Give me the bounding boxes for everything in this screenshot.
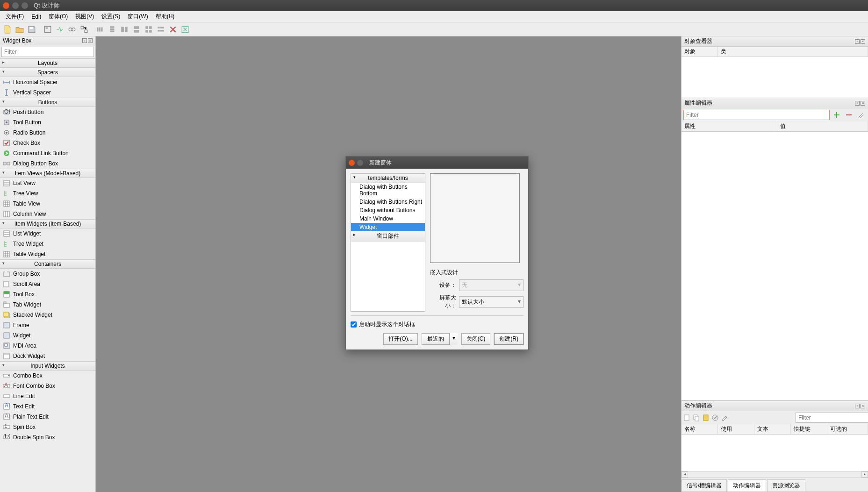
oi-float-icon[interactable]: ▫ (855, 39, 860, 44)
template-tree[interactable]: ▾templates/forms Dialog with Buttons Bot… (351, 173, 425, 312)
item-group-box[interactable]: Group Box (0, 269, 95, 279)
group-buttons[interactable]: Buttons (0, 98, 95, 107)
col-action-shortcut[interactable]: 快捷键 (791, 424, 827, 434)
design-canvas[interactable]: 新建窗体 ▾templates/forms Dialog with Button… (96, 36, 681, 492)
window-close-icon[interactable] (3, 2, 9, 9)
layout-horizontal-button[interactable] (94, 24, 106, 35)
col-class[interactable]: 类 (718, 47, 868, 57)
item-tree-view[interactable]: Tree View (0, 188, 95, 199)
tree-item-dialog-without-buttons[interactable]: Dialog without Buttons (351, 206, 425, 214)
pe-close-icon[interactable]: × (861, 101, 865, 106)
show-on-startup-checkbox[interactable] (351, 321, 357, 328)
tab-actions[interactable]: 动作编辑器 (728, 479, 766, 492)
item-vertical-spacer[interactable]: Vertical Spacer (0, 87, 95, 98)
property-editor-body[interactable] (681, 132, 868, 400)
recent-button[interactable]: 最近的 (422, 333, 450, 345)
item-horizontal-spacer[interactable]: Horizontal Spacer (0, 77, 95, 87)
delete-action-icon[interactable] (711, 413, 719, 423)
item-spin-box[interactable]: 1Spin Box (0, 422, 95, 432)
copy-action-icon[interactable] (693, 413, 700, 423)
item-text-edit[interactable]: AIText Edit (0, 401, 95, 412)
group-containers[interactable]: Containers (0, 259, 95, 269)
dialog-min-icon[interactable] (357, 160, 363, 166)
tab-signals[interactable]: 信号/槽编辑器 (681, 479, 727, 492)
widget-box-float-icon[interactable]: ▫ (82, 38, 87, 43)
add-property-icon[interactable] (832, 110, 842, 120)
tree-item-widget[interactable]: Widget (351, 223, 425, 231)
tree-item-dialog-buttons-right[interactable]: Dialog with Buttons Right (351, 198, 425, 206)
group-spacers[interactable]: Spacers (0, 68, 95, 77)
action-hscrollbar[interactable]: ◂ ▸ (681, 471, 868, 478)
item-font-combo-box[interactable]: AFont Combo Box (0, 381, 95, 391)
item-combo-box[interactable]: Combo Box (0, 371, 95, 381)
col-value[interactable]: 值 (777, 121, 868, 131)
open-file-button[interactable] (14, 24, 25, 35)
item-tab-widget[interactable]: Tab Widget (0, 299, 95, 310)
col-action-checkable[interactable]: 可选的 (827, 424, 868, 434)
item-dock-widget[interactable]: Dock Widget (0, 351, 95, 361)
new-action-icon[interactable] (683, 413, 691, 423)
dialog-close-icon[interactable] (349, 160, 355, 166)
action-editor-body[interactable] (681, 435, 868, 471)
layout-grid-button[interactable] (143, 24, 154, 35)
col-action-name[interactable]: 名称 (681, 424, 718, 434)
item-frame[interactable]: Frame (0, 320, 95, 330)
widget-box-close-icon[interactable]: × (88, 38, 93, 43)
break-layout-button[interactable] (167, 24, 179, 35)
tab-resources[interactable]: 资源浏览器 (767, 479, 805, 492)
screen-size-select[interactable]: 默认大小▾ (459, 296, 524, 308)
save-file-button[interactable] (26, 24, 37, 35)
col-action-text[interactable]: 文本 (754, 424, 791, 434)
item-push-button[interactable]: OKPush Button (0, 107, 95, 117)
item-column-view[interactable]: Column View (0, 209, 95, 219)
item-check-box[interactable]: Check Box (0, 138, 95, 148)
tree-item-dialog-buttons-bottom[interactable]: Dialog with Buttons Bottom (351, 183, 425, 198)
item-stacked-widget[interactable]: Stacked Widget (0, 310, 95, 320)
group-item-widgets[interactable]: Item Widgets (Item-Based) (0, 219, 95, 228)
item-list-view[interactable]: List View (0, 178, 95, 188)
window-maximize-icon[interactable] (22, 2, 28, 9)
new-file-button[interactable] (2, 24, 13, 35)
layout-form-button[interactable] (155, 24, 166, 35)
open-button[interactable]: 打开(O)... (383, 333, 417, 345)
edit-buddies-button[interactable] (66, 24, 78, 35)
remove-property-icon[interactable] (844, 110, 854, 120)
item-line-edit[interactable]: Line Edit (0, 391, 95, 401)
layout-v-splitter-button[interactable] (131, 24, 142, 35)
pe-float-icon[interactable]: ▫ (855, 101, 860, 106)
tree-item-main-window[interactable]: Main Window (351, 214, 425, 223)
item-plain-text-edit[interactable]: AIPlain Text Edit (0, 412, 95, 422)
action-filter-input[interactable] (796, 413, 868, 423)
item-widget[interactable]: Widget (0, 330, 95, 341)
edit-signals-button[interactable] (54, 24, 65, 35)
menu-edit[interactable]: Edit (28, 12, 45, 21)
item-tool-box[interactable]: Tool Box (0, 289, 95, 299)
layout-vertical-button[interactable] (107, 24, 118, 35)
item-table-view[interactable]: Table View (0, 199, 95, 209)
widget-box-filter-input[interactable] (1, 47, 94, 57)
item-table-widget[interactable]: Table Widget (0, 249, 95, 259)
oi-close-icon[interactable]: × (861, 39, 865, 44)
recent-dropdown-arrow[interactable]: ▾ (450, 333, 458, 345)
menu-view[interactable]: 视图(V) (72, 11, 98, 22)
ae-close-icon[interactable]: × (861, 404, 865, 408)
menu-help[interactable]: 帮助(H) (152, 11, 179, 22)
col-action-used[interactable]: 使用 (718, 424, 754, 434)
menu-settings[interactable]: 设置(S) (98, 11, 124, 22)
item-tree-widget[interactable]: Tree Widget (0, 239, 95, 249)
menu-form[interactable]: 窗体(O) (45, 11, 72, 22)
item-list-widget[interactable]: List Widget (0, 228, 95, 239)
menu-file[interactable]: 文件(F) (2, 11, 28, 22)
create-button[interactable]: 创建(R) (494, 333, 524, 345)
configure-action-icon[interactable] (721, 413, 728, 423)
item-tool-button[interactable]: Tool Button (0, 117, 95, 128)
property-filter-input[interactable] (683, 110, 830, 120)
menu-window[interactable]: 窗口(W) (124, 11, 151, 22)
layout-h-splitter-button[interactable] (119, 24, 130, 35)
object-inspector-body[interactable] (681, 57, 868, 98)
group-layouts[interactable]: Layouts (0, 58, 95, 68)
item-command-link-button[interactable]: Command Link Button (0, 148, 95, 158)
tree-header-widgets[interactable]: ▸窗口部件 (351, 231, 425, 242)
col-property[interactable]: 属性 (681, 121, 777, 131)
widget-box-list[interactable]: Layouts Spacers Horizontal Spacer Vertic… (0, 58, 95, 492)
